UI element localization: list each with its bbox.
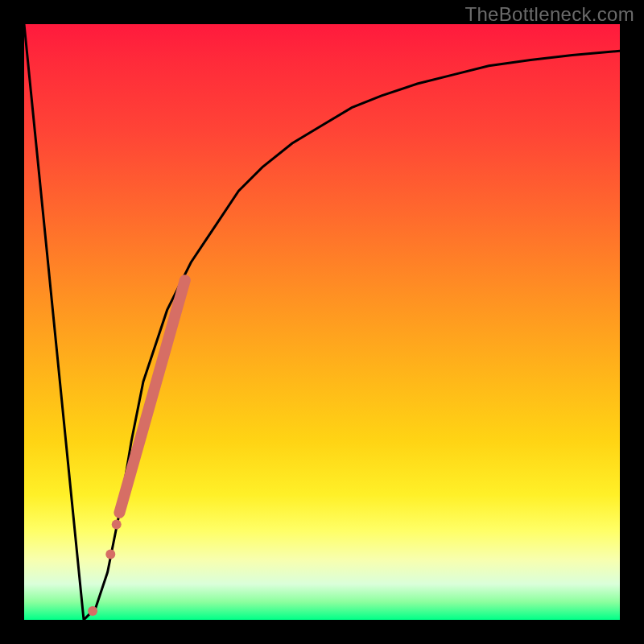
highlight-point: [88, 606, 97, 616]
watermark-text: TheBottleneck.com: [464, 3, 634, 26]
highlight-segment: [119, 280, 184, 513]
highlight-point: [112, 520, 122, 530]
plot-area: [24, 24, 620, 620]
highlight-point: [105, 550, 115, 559]
bottleneck-curve: [24, 24, 620, 620]
chart-frame: TheBottleneck.com: [0, 0, 644, 644]
curve-layer: [24, 24, 620, 620]
